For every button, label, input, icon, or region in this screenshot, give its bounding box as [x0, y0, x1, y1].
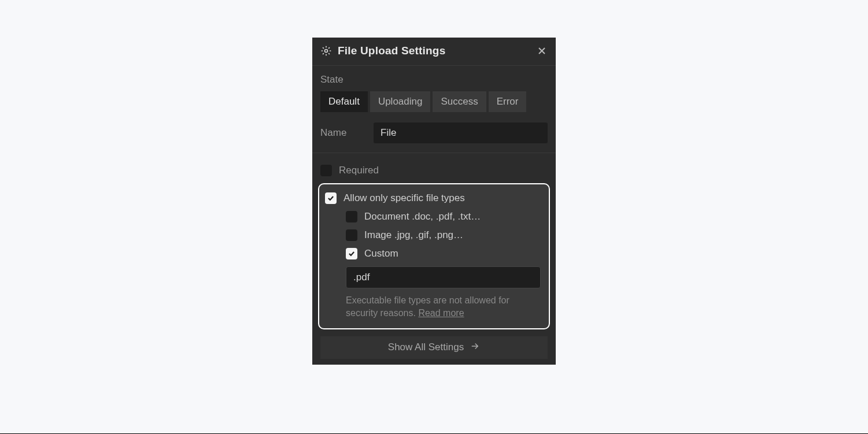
gear-icon	[320, 45, 332, 57]
allow-specific-label: Allow only specific file types	[343, 192, 465, 204]
type-image-row: Image .jpg, .gif, .png…	[319, 226, 543, 244]
type-document-label: Document .doc, .pdf, .txt…	[364, 211, 481, 222]
type-image-checkbox[interactable]	[346, 229, 357, 241]
allow-specific-checkbox[interactable]	[325, 192, 337, 204]
type-document-row: Document .doc, .pdf, .txt…	[319, 207, 543, 226]
state-label: State	[320, 74, 548, 86]
custom-file-types-input[interactable]	[346, 266, 541, 288]
arrow-right-icon	[470, 341, 480, 354]
custom-input-wrap	[319, 266, 543, 288]
required-checkbox[interactable]	[320, 165, 332, 176]
show-all-settings-button[interactable]: Show All Settings	[320, 336, 548, 359]
svg-point-0	[325, 50, 328, 53]
state-option-error[interactable]: Error	[489, 91, 527, 112]
required-row: Required	[320, 161, 548, 180]
panel-title: File Upload Settings	[338, 44, 536, 57]
state-segmented-control: Default Uploading Success Error	[320, 91, 548, 112]
type-custom-label: Custom	[364, 248, 398, 259]
allow-specific-row: Allow only specific file types	[319, 189, 543, 207]
panel-header: File Upload Settings	[312, 38, 556, 66]
type-custom-row: Custom	[319, 244, 543, 263]
file-upload-settings-panel: File Upload Settings State Default Uploa…	[312, 38, 556, 365]
security-hint: Executable file types are not allowed fo…	[319, 288, 543, 320]
options-section: Required Allow only specific file types …	[312, 153, 556, 334]
type-document-checkbox[interactable]	[346, 211, 357, 222]
type-image-label: Image .jpg, .gif, .png…	[364, 229, 463, 241]
file-types-highlight: Allow only specific file types Document …	[318, 183, 550, 329]
required-label: Required	[339, 165, 379, 176]
state-option-uploading[interactable]: Uploading	[370, 91, 431, 112]
close-icon[interactable]	[536, 45, 548, 57]
read-more-link[interactable]: Read more	[418, 308, 464, 318]
type-custom-checkbox[interactable]	[346, 248, 357, 259]
show-all-settings-label: Show All Settings	[388, 342, 464, 353]
state-option-default[interactable]: Default	[320, 91, 368, 112]
state-option-success[interactable]: Success	[433, 91, 486, 112]
name-row: Name	[320, 123, 548, 143]
state-section: State Default Uploading Success Error Na…	[312, 66, 556, 153]
name-input[interactable]	[374, 123, 548, 143]
name-label: Name	[320, 127, 374, 139]
